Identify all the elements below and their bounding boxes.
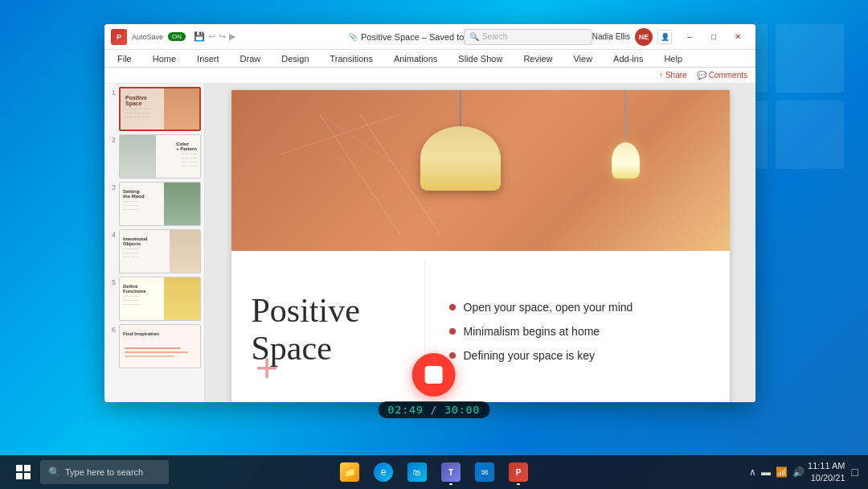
- tab-slideshow[interactable]: Slide Show: [455, 52, 506, 65]
- svg-rect-3: [776, 101, 844, 169]
- bullet-item-2: Minimalism begins at home: [449, 325, 714, 338]
- ribbon: File Home Insert Draw Design Transitions…: [104, 50, 755, 68]
- plus-symbol: +: [256, 347, 279, 388]
- minimize-button[interactable]: –: [678, 28, 701, 46]
- slide-panel: 1 PositiveSpace — — — — — —— — — — — —— …: [104, 84, 205, 402]
- record-button[interactable]: [412, 353, 456, 397]
- ppt-indicator: [517, 483, 520, 485]
- record-inner: [425, 366, 443, 384]
- slide-preview-6[interactable]: Find Inspiration: [119, 324, 201, 368]
- autosave-toggle[interactable]: ON: [168, 32, 186, 41]
- present-icon[interactable]: ▶: [229, 31, 235, 42]
- taskbar-app-edge[interactable]: e: [369, 458, 398, 487]
- taskbar-search-text: Type here to search: [65, 467, 143, 477]
- files-icon: 📁: [340, 462, 359, 482]
- comments-button[interactable]: 💬 Comments: [697, 71, 747, 80]
- save-icon[interactable]: 💾: [194, 31, 205, 42]
- user-name: Nadia Ellis: [592, 32, 630, 41]
- tab-animations[interactable]: Animations: [391, 52, 440, 65]
- tab-draw[interactable]: Draw: [237, 52, 264, 65]
- taskbar-app-mail[interactable]: ✉: [470, 458, 499, 487]
- volume-icon[interactable]: 🔊: [792, 466, 805, 478]
- slide-preview-5[interactable]: DefineFunctions — — — —— — — —— — — —: [119, 277, 201, 321]
- slide-num-3: 3: [108, 182, 116, 191]
- share-label: Share: [665, 71, 687, 80]
- bullet-dot-2: [449, 328, 456, 335]
- user-area: Nadia Ellis NE 👤: [592, 28, 672, 46]
- autosave-label: AutoSave: [132, 33, 163, 41]
- teams-icon: T: [441, 462, 461, 482]
- user-avatar[interactable]: NE: [635, 28, 653, 46]
- tab-home[interactable]: Home: [149, 52, 179, 65]
- taskbar-search-icon: 🔍: [48, 466, 60, 478]
- system-clock[interactable]: 11:11 AM 10/20/21: [808, 460, 845, 485]
- taskbar-app-ppt[interactable]: P: [504, 458, 533, 487]
- slide-thumb-2[interactable]: 2 Color+ Pattern — — — —— — — —— — — —— …: [108, 134, 201, 179]
- tab-help[interactable]: Help: [661, 52, 686, 65]
- undo-icon[interactable]: ↩: [208, 31, 215, 42]
- battery-icon[interactable]: ▬: [761, 466, 771, 478]
- bullet-text-1: Open your space, open your mind: [464, 301, 633, 314]
- taskbar-center: 📁 e 🛍 T ✉ P: [335, 458, 533, 487]
- slide-num-6: 6: [108, 324, 116, 334]
- comments-label: Comments: [709, 71, 747, 80]
- edge-icon: e: [374, 462, 393, 482]
- slide-num-5: 5: [108, 277, 116, 286]
- tab-addins[interactable]: Add-ins: [610, 52, 646, 65]
- network-icon[interactable]: 📶: [776, 466, 788, 478]
- window-controls: – □ ✕: [678, 28, 749, 46]
- slide-image-area: [231, 90, 730, 251]
- s5-title: DefineFunctions: [123, 284, 146, 294]
- slide-preview-2[interactable]: Color+ Pattern — — — —— — — —— — — —— — …: [119, 134, 201, 179]
- tab-design[interactable]: Design: [278, 52, 312, 65]
- share-icon: ↑: [659, 71, 663, 80]
- close-button[interactable]: ✕: [727, 28, 749, 46]
- slide-preview-3[interactable]: Settingthe Mood — — — —— — — —— — — —: [119, 182, 201, 226]
- tab-view[interactable]: View: [570, 52, 596, 65]
- slide-thumb-3[interactable]: 3 Settingthe Mood — — — —— — — —— — — —: [108, 182, 201, 226]
- clock-time: 11:11 AM: [808, 460, 845, 472]
- slide-thumb-4[interactable]: 4 IntentionalObjects — — — —— — — —— — —…: [108, 229, 201, 273]
- start-button[interactable]: [10, 458, 37, 486]
- slide-preview-4[interactable]: IntentionalObjects — — — —— — — —— — — —: [119, 229, 201, 273]
- share-button[interactable]: ↑ Share: [659, 71, 687, 80]
- taskbar-app-files[interactable]: 📁: [335, 458, 364, 487]
- s2-text: — — — —— — — —— — — —— — — —: [182, 151, 197, 167]
- bullet-item-1: Open your space, open your mind: [449, 301, 714, 314]
- tab-review[interactable]: Review: [520, 52, 555, 65]
- tab-transitions[interactable]: Transitions: [327, 52, 376, 65]
- elapsed-time: 02:49: [388, 404, 424, 416]
- slide-thumb-1[interactable]: 1 PositiveSpace — — — — — —— — — — — —— …: [108, 87, 201, 131]
- svg-rect-10: [16, 473, 23, 479]
- notification-button[interactable]: □: [849, 466, 862, 479]
- slide-thumb-6[interactable]: 6 Find Inspiration: [108, 324, 201, 368]
- redo-icon[interactable]: ↪: [219, 31, 226, 42]
- mail-icon: ✉: [475, 462, 494, 482]
- s5-text: — — — —— — — —— — — —: [123, 294, 138, 306]
- taskbar-app-teams[interactable]: T: [436, 458, 465, 487]
- geo-lines: [280, 114, 440, 235]
- tab-file[interactable]: File: [114, 52, 135, 65]
- account-icon[interactable]: 👤: [657, 30, 672, 44]
- desktop: P AutoSave ON 💾 ↩ ↪ ▶ 📎 Positive Space –…: [0, 0, 868, 489]
- search-bar[interactable]: 🔍 Search: [464, 29, 592, 45]
- bulb-lamp: [612, 90, 640, 179]
- taskbar: 🔍 Type here to search 📁 e 🛍 T ✉: [0, 455, 868, 489]
- taskbar-search[interactable]: 🔍 Type here to search: [40, 460, 169, 484]
- recording-overlay: 02:49 / 30:00: [379, 353, 490, 418]
- s4-title: IntentionalObjects: [123, 236, 147, 246]
- slide-preview-1[interactable]: PositiveSpace — — — — — —— — — — — —— — …: [119, 87, 201, 131]
- taskbar-left: 🔍 Type here to search: [10, 458, 169, 486]
- s1-text: — — — — — —— — — — — —— — — — — —: [125, 106, 149, 119]
- tab-insert[interactable]: Insert: [194, 52, 223, 65]
- bullet-text-2: Minimalism begins at home: [464, 325, 600, 338]
- slide-num-4: 4: [108, 229, 116, 239]
- maximize-button[interactable]: □: [702, 28, 725, 46]
- taskbar-app-store[interactable]: 🛍: [403, 458, 432, 487]
- search-icon: 🔍: [469, 32, 479, 41]
- slide-num-2: 2: [108, 134, 116, 144]
- system-tray: ∧ ▬ 📶 🔊 11:11 AM 10/20/21 □: [749, 460, 868, 485]
- chevron-up-icon[interactable]: ∧: [749, 466, 756, 478]
- title-bar: P AutoSave ON 💾 ↩ ↪ ▶ 📎 Positive Space –…: [104, 24, 755, 50]
- slide-thumb-5[interactable]: 5 DefineFunctions — — — —— — — —— — — —: [108, 277, 201, 321]
